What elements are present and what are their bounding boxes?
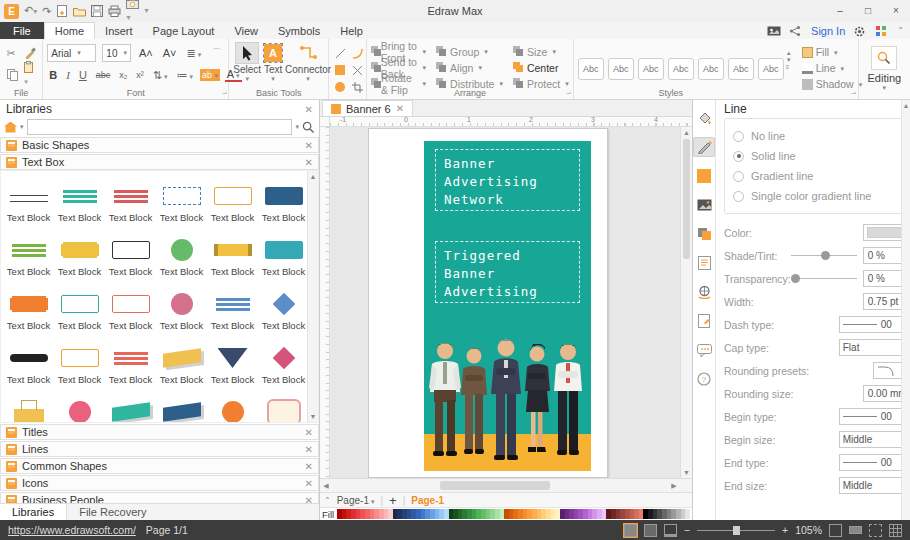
presentation-view-icon[interactable] xyxy=(664,524,677,537)
community-icon[interactable] xyxy=(875,25,889,37)
begin-type-dropdown[interactable]: 00▾ xyxy=(839,408,910,425)
begin-size-dropdown[interactable]: Middle▾ xyxy=(839,431,910,448)
library-shape-item[interactable]: Text Block xyxy=(156,279,207,333)
section-close-icon[interactable]: ✕ xyxy=(305,444,313,455)
tab-file-recovery[interactable]: File Recovery xyxy=(67,504,158,520)
banner-text-box-1[interactable]: Banner Advertising Network xyxy=(435,149,580,211)
comment-icon[interactable] xyxy=(693,340,715,360)
styles-expand-icon[interactable]: ≡ xyxy=(786,64,792,70)
arc-shape-icon[interactable] xyxy=(350,46,364,60)
vertical-scroll-thumb[interactable] xyxy=(683,139,690,259)
close-button[interactable]: × xyxy=(882,0,910,20)
zoom-region-icon[interactable] xyxy=(869,524,882,537)
horizontal-scroll-thumb[interactable] xyxy=(440,481,550,490)
library-search-caret[interactable]: ▾ xyxy=(295,123,299,131)
library-shape-item[interactable]: Text Block xyxy=(105,171,156,225)
library-section-titles[interactable]: Titles✕ xyxy=(0,424,319,440)
vertical-scrollbar[interactable]: ▲ ▼ xyxy=(680,127,692,478)
text-highlight-icon[interactable]: ab xyxy=(200,69,220,81)
library-shape-item[interactable]: Text Block xyxy=(207,333,258,387)
drawing-viewport[interactable]: Banner Advertising Network Triggered Ban… xyxy=(330,127,692,478)
hyperlink-icon[interactable] xyxy=(693,282,715,302)
document-tab[interactable]: Banner 6 ✕ xyxy=(322,100,413,116)
library-shape-item[interactable]: Text Block xyxy=(207,387,258,423)
document-icon[interactable] xyxy=(693,311,715,331)
crop-icon[interactable] xyxy=(350,80,364,94)
shrink-font-icon[interactable]: A˅ xyxy=(161,47,179,59)
section-close-icon[interactable]: ✕ xyxy=(305,427,313,438)
image-icon[interactable] xyxy=(693,195,715,215)
transparency-slider[interactable] xyxy=(791,270,857,287)
section-close-icon[interactable]: ✕ xyxy=(305,478,313,489)
maximize-button[interactable]: □ xyxy=(854,0,882,20)
tab-file[interactable]: File xyxy=(0,22,44,39)
library-shape-item[interactable]: Text Block xyxy=(54,387,105,423)
italic-button[interactable]: I xyxy=(64,69,72,81)
shade-slider[interactable] xyxy=(791,247,857,264)
fit-page-icon[interactable] xyxy=(829,524,842,537)
settings-gear-icon[interactable] xyxy=(853,25,867,37)
line-shape-icon[interactable] xyxy=(333,46,347,60)
libraries-close-icon[interactable]: ✕ xyxy=(305,104,313,115)
library-section-basic-shapes[interactable]: Basic Shapes ✕ xyxy=(0,137,319,153)
cut-icon[interactable]: ✂ xyxy=(7,46,16,61)
scroll-down-icon[interactable]: ▼ xyxy=(308,411,318,422)
panel-scrollbar[interactable]: ▲ xyxy=(901,100,910,520)
library-shape-item[interactable]: Text Block xyxy=(54,333,105,387)
horizontal-scrollbar[interactable]: ◀ ▶ xyxy=(320,478,692,492)
library-shape-item[interactable]: Text Block xyxy=(54,279,105,333)
tab-help[interactable]: Help xyxy=(330,22,373,39)
banner-graphic[interactable]: Banner Advertising Network Triggered Ban… xyxy=(424,141,591,471)
library-shape-item[interactable]: Text Block xyxy=(105,279,156,333)
add-page-button[interactable]: + xyxy=(389,493,397,508)
connector-tool[interactable]: Connector ▾ xyxy=(285,42,331,87)
library-shape-item[interactable]: Text Block xyxy=(105,225,156,279)
subscript-button[interactable]: x₂ xyxy=(117,70,129,80)
library-shape-item[interactable]: Text Block xyxy=(105,387,156,423)
library-shape-item[interactable]: Text Block xyxy=(3,225,54,279)
style-preset-abc[interactable]: Abc xyxy=(758,58,784,80)
align-button[interactable]: Align xyxy=(436,60,503,75)
copy-icon[interactable] xyxy=(7,69,18,81)
library-shape-item[interactable]: Text Block xyxy=(156,333,207,387)
library-section-text-box[interactable]: Text Box ✕ xyxy=(0,154,319,170)
style-preset-abc[interactable]: Abc xyxy=(638,58,664,80)
superscript-button[interactable]: x² xyxy=(134,70,146,80)
zoom-slider[interactable] xyxy=(697,524,775,537)
rectangle-shape-icon[interactable] xyxy=(333,63,347,77)
font-size-select[interactable]: 10 xyxy=(102,44,131,62)
library-shape-item[interactable]: Text Block xyxy=(258,333,309,387)
fit-width-icon[interactable] xyxy=(849,526,862,534)
sign-in-link[interactable]: Sign In xyxy=(811,25,845,37)
style-preset-abc[interactable]: Abc xyxy=(608,58,634,80)
format-painter-icon[interactable] xyxy=(24,47,36,59)
style-preset-abc[interactable]: Abc xyxy=(668,58,694,80)
tab-page-layout[interactable]: Page Layout xyxy=(143,22,225,39)
business-people-illustration[interactable] xyxy=(424,338,591,468)
library-home-icon[interactable] xyxy=(4,122,17,133)
tab-insert[interactable]: Insert xyxy=(95,22,143,39)
cap-type-dropdown[interactable]: Flat▾ xyxy=(839,339,910,356)
library-shape-item[interactable]: Text Block xyxy=(3,333,54,387)
library-section-icons[interactable]: Icons✕ xyxy=(0,475,319,491)
styles-dialog-launcher[interactable]: ⌐ xyxy=(851,89,856,98)
library-shape-item[interactable]: Text Block xyxy=(156,171,207,225)
editing-label[interactable]: Editing xyxy=(863,72,906,84)
option-no-line[interactable]: No line xyxy=(733,126,910,146)
styles-scroll-down-icon[interactable]: ▼ xyxy=(786,57,792,63)
layer-icon[interactable] xyxy=(693,224,715,244)
tab-symbols[interactable]: Symbols xyxy=(268,22,330,39)
tab-home[interactable]: Home xyxy=(44,22,95,39)
zoom-level[interactable]: 105% xyxy=(795,524,822,536)
page-view-icon[interactable] xyxy=(644,524,657,537)
clear-format-icon[interactable]: ⌒ xyxy=(209,46,224,61)
font-family-select[interactable]: Arial xyxy=(47,44,96,62)
find-replace-button[interactable] xyxy=(871,46,897,70)
library-shape-item[interactable]: Text Block xyxy=(156,387,207,423)
library-shape-item[interactable]: Text Block xyxy=(3,387,54,423)
text-style-icon[interactable]: ≣ xyxy=(185,47,204,60)
library-search-icon[interactable] xyxy=(302,121,315,134)
edrawsoft-link[interactable]: https://www.edrawsoft.com/ xyxy=(8,524,136,536)
page[interactable]: Banner Advertising Network Triggered Ban… xyxy=(368,128,608,478)
section-close-icon[interactable]: ✕ xyxy=(305,461,313,472)
